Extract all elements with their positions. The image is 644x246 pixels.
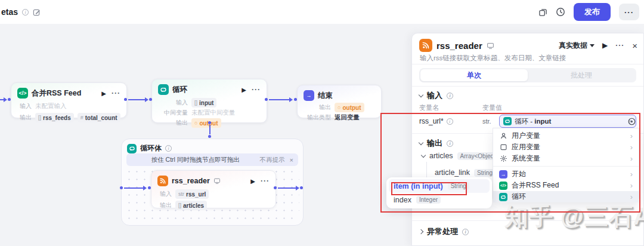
annotation-box-item <box>391 182 467 195</box>
loop-icon <box>127 144 137 153</box>
port-dot[interactable] <box>265 98 268 101</box>
top-bar: etas 发布 ··· <box>0 0 644 24</box>
dont-show-again-link[interactable]: 不再提示 <box>260 156 285 164</box>
drag-hint-banner: 按住 Ctrl 同时拖拽节点即可拖出 不再提示 × <box>126 153 298 166</box>
edge-arrowhead <box>4 97 7 102</box>
port-dot[interactable] <box>148 186 151 189</box>
edge-line <box>124 187 144 189</box>
output-tag-total-count: #total_count <box>78 113 120 122</box>
output-tag: ○output <box>191 118 221 128</box>
caret-down-icon <box>590 44 595 47</box>
error-section-header[interactable]: 异常处理 <box>419 226 469 237</box>
node-merge-rss-feed[interactable]: </> 合并RSS Feed ▶ ··· 输入 未配置输入 输出 []rss_f… <box>11 82 127 118</box>
port-dot[interactable] <box>8 98 11 101</box>
output-label: 输出 <box>17 113 32 122</box>
topbar-more-button[interactable]: ··· <box>619 4 639 20</box>
info-icon[interactable] <box>462 229 469 235</box>
edge-arrowhead <box>145 97 148 102</box>
node-more-icon[interactable]: ··· <box>261 177 270 185</box>
note-icon[interactable] <box>213 177 221 184</box>
banner-text: 按住 Ctrl 同时拖拽节点即可拖出 <box>131 156 260 164</box>
node-title: 合并RSS Feed <box>32 88 81 99</box>
port-dot[interactable] <box>149 98 152 101</box>
run-node-icon[interactable]: ▶ <box>242 87 246 93</box>
tab-batch[interactable]: 批处理 <box>528 69 635 81</box>
node-title: 结束 <box>318 91 333 101</box>
node-title: 循环 <box>172 85 187 95</box>
workflow-info-icon[interactable] <box>22 9 29 16</box>
loop-body-title: 循环体 <box>140 143 162 153</box>
divider <box>412 64 643 64</box>
close-panel-icon[interactable]: × <box>632 41 637 51</box>
rss-icon <box>157 176 168 186</box>
node-more-icon[interactable]: ··· <box>252 85 261 94</box>
edit-title-icon[interactable] <box>33 8 41 16</box>
input-tag: []input <box>191 98 216 107</box>
run-icon[interactable]: ▶ <box>602 41 608 50</box>
node-more-icon[interactable]: ··· <box>112 89 120 97</box>
chevron-down-icon <box>419 92 423 97</box>
divider <box>412 86 643 87</box>
info-icon[interactable] <box>447 93 453 99</box>
workflow-title: etas <box>1 7 18 17</box>
node-rss-reader[interactable]: rss_reader ▶ ··· 输入 strrss_url 输出 []arti… <box>151 170 276 208</box>
output-label: 输出 <box>157 201 172 210</box>
node-end[interactable]: → 结束 输出 ○output 输出类型 返回变量 <box>297 85 382 118</box>
publish-button[interactable]: 发布 <box>574 3 611 21</box>
edge-line <box>128 99 146 100</box>
port-dot[interactable] <box>208 135 211 138</box>
port-dot[interactable] <box>120 186 123 189</box>
data-mode-selector[interactable]: 真实数据 <box>559 41 595 51</box>
rss-icon <box>419 39 432 52</box>
port-dot[interactable] <box>208 121 211 124</box>
edge-arrowhead <box>296 186 299 190</box>
edge-line <box>278 187 297 189</box>
input-label: 输入 <box>157 190 172 198</box>
banner-close-icon[interactable]: × <box>290 156 293 164</box>
output-type-label: 输出类型 <box>304 113 331 122</box>
edge-line <box>209 125 210 134</box>
code-icon: </> <box>17 88 28 99</box>
port-dot[interactable] <box>294 98 297 101</box>
output-type-value: 返回变量 <box>335 113 360 122</box>
panel-more-icon[interactable]: ··· <box>615 41 624 50</box>
input-section-header[interactable]: 输入 <box>419 90 453 101</box>
output-tag: []articles <box>175 201 207 210</box>
input-label: 输入 <box>158 99 188 107</box>
edge-arrowhead <box>289 97 293 102</box>
column-variable-value: 变量值 <box>482 103 502 112</box>
panel-subtitle: 输入rss链接获取文章标题、发布日期、文章链接 <box>420 54 566 63</box>
output-label: 输出 <box>158 119 188 127</box>
history-icon[interactable] <box>556 7 565 17</box>
port-dot[interactable] <box>300 186 303 189</box>
node-loop[interactable]: 循环 ▶ ··· 输入 []input 中间变量 未配置中间变量 输出 ○out… <box>151 79 267 123</box>
edge-line <box>269 99 290 100</box>
run-node-icon[interactable]: ▶ <box>250 178 255 184</box>
info-icon[interactable] <box>165 145 172 152</box>
run-node-icon[interactable]: ▶ <box>101 90 106 97</box>
tab-single[interactable]: 单次 <box>420 69 528 81</box>
output-label: 输出 <box>304 103 331 112</box>
edge-arrowhead <box>143 186 147 190</box>
node-title: rss_reader <box>172 177 210 185</box>
output-tag-rss-feeds: []rss_feeds <box>35 113 74 122</box>
annotation-box-large <box>380 113 640 213</box>
mode-toggle: 单次 批处理 <box>419 68 636 82</box>
output-tag: ○output <box>335 103 364 112</box>
note-icon[interactable] <box>487 42 494 50</box>
mid-var-label: 中间变量 <box>158 109 188 117</box>
input-label: 输入 <box>17 102 32 110</box>
port-dot[interactable] <box>124 98 127 101</box>
chevron-right-icon <box>419 229 423 234</box>
port-dot[interactable] <box>274 186 277 189</box>
input-empty-value: 未配置输入 <box>35 102 67 110</box>
mid-var-empty: 未配置中间变量 <box>191 109 236 117</box>
panel-title: rss_reader <box>436 41 482 51</box>
column-variable-name: 变量名 <box>419 103 439 112</box>
input-tag: strrss_url <box>175 189 209 199</box>
duplicate-icon[interactable] <box>538 8 547 17</box>
loop-icon <box>158 84 169 95</box>
end-icon: → <box>304 90 314 101</box>
